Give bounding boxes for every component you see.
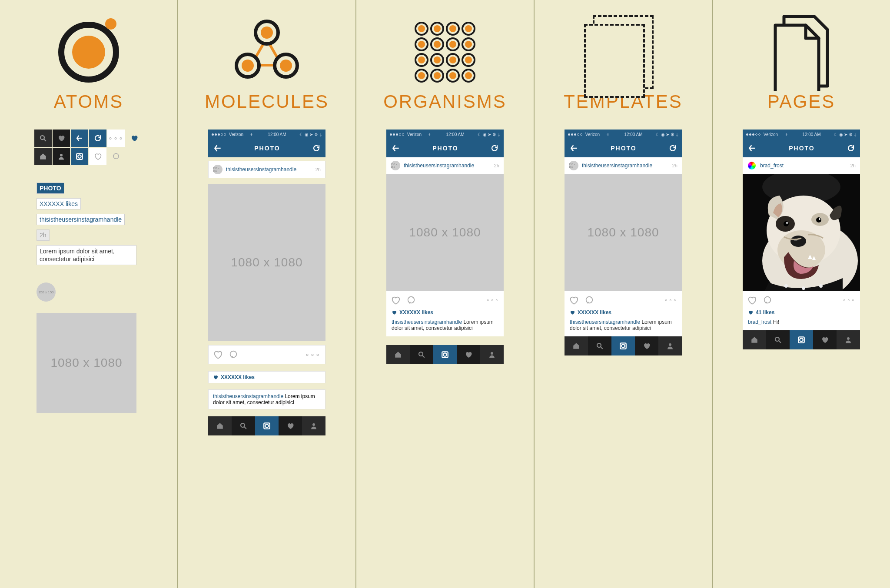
tab-search[interactable] <box>588 336 611 355</box>
comment-button[interactable] <box>763 296 772 305</box>
likes-label: XXXXXX likes <box>37 198 81 209</box>
nav-title: PHOTO <box>611 145 637 152</box>
tab-activity[interactable] <box>813 330 837 349</box>
back-button[interactable] <box>748 144 757 153</box>
more-button[interactable]: ∘∘∘ <box>305 351 321 359</box>
avatar <box>747 161 757 170</box>
user-row[interactable]: brad_frost 2h <box>743 157 860 174</box>
status-bar: Verizon ᯤ 12:00 AM ☾ ◉ ➤ ⚙ ⏚ <box>386 130 504 139</box>
svg-line-10 <box>244 427 246 429</box>
svg-point-23 <box>597 343 601 347</box>
user-row[interactable]: 150 x 150 thisistheusersinstagramhandle … <box>565 157 682 174</box>
tab-home[interactable] <box>743 330 766 349</box>
refresh-button[interactable] <box>312 144 320 152</box>
nav-title: PHOTO <box>789 145 815 152</box>
comment-button[interactable] <box>229 350 238 359</box>
tab-activity[interactable] <box>457 345 480 364</box>
avatar: 150 x 150 <box>569 161 578 170</box>
like-button[interactable] <box>391 296 400 305</box>
svg-line-1 <box>44 139 46 141</box>
likes-row-molecule[interactable]: XXXXXX likes <box>208 371 325 383</box>
like-button[interactable] <box>213 350 222 359</box>
post-image[interactable]: 1080 x 1080 <box>565 174 682 291</box>
more-icon[interactable]: ∘∘∘ <box>107 130 125 147</box>
comment-button[interactable] <box>584 296 594 305</box>
tab-bar-organism <box>386 345 504 364</box>
user-row[interactable]: 150 x 150 thisistheusersinstagramhandle … <box>386 157 504 174</box>
username-link[interactable]: thisistheusersinstagramhandle <box>582 163 669 169</box>
tab-home[interactable] <box>565 336 588 355</box>
carrier-label: Verizon <box>407 132 422 137</box>
tab-profile[interactable] <box>302 416 325 435</box>
tab-home[interactable] <box>208 416 232 435</box>
likes-row[interactable]: XXXXXX likes <box>386 309 504 319</box>
username-link[interactable]: thisistheusersinstagramhandle <box>226 166 312 173</box>
caption-user[interactable]: thisistheusersinstagramhandle <box>213 393 283 399</box>
svg-point-19 <box>443 353 447 356</box>
caption-text: Hi! <box>773 319 779 325</box>
tab-activity[interactable] <box>279 416 302 435</box>
refresh-button[interactable] <box>847 144 855 152</box>
tab-home[interactable] <box>386 345 410 364</box>
caption-row: thisistheusersinstagramhandle Lorem ipsu… <box>386 319 504 336</box>
back-button[interactable] <box>213 144 222 153</box>
more-button[interactable]: ∘∘∘ <box>664 297 677 303</box>
status-bar: Verizon ᯤ 12:00 AM ☾ ◉ ➤ ⚙ ⏚ <box>743 130 860 139</box>
caption-user[interactable]: thisistheusersinstagramhandle <box>570 319 640 325</box>
tab-profile[interactable] <box>658 336 682 355</box>
action-row: ∘∘∘ <box>743 291 860 309</box>
back-button[interactable] <box>392 144 400 153</box>
like-button[interactable] <box>747 296 757 305</box>
atoms-icon <box>58 17 119 87</box>
refresh-button[interactable] <box>491 144 498 152</box>
user-row[interactable]: 150 x 150 thisistheusersinstagramhandle … <box>208 161 325 178</box>
timestamp: 2h <box>850 163 856 168</box>
more-button[interactable]: ∘∘∘ <box>843 297 856 303</box>
refresh-icon[interactable] <box>89 130 106 147</box>
post-image[interactable]: 1080 x 1080 <box>386 174 504 291</box>
username-link[interactable]: thisistheusersinstagramhandle <box>404 163 491 169</box>
more-button[interactable]: ∘∘∘ <box>486 297 499 303</box>
username-link[interactable]: brad_frost <box>760 163 847 169</box>
caption-user[interactable]: thisistheusersinstagramhandle <box>392 319 462 325</box>
comment-button[interactable] <box>406 296 416 305</box>
avatar: 150 x 150 <box>213 165 222 174</box>
comment-icon[interactable] <box>107 148 125 165</box>
timestamp-label: 2h <box>37 229 50 241</box>
tab-camera[interactable] <box>611 336 635 355</box>
tab-camera[interactable] <box>433 345 457 364</box>
column-pages: PAGES Verizon ᯤ 12:00 AM ☾ ◉ ➤ ⚙ ⏚ PHOTO… <box>713 0 890 588</box>
tab-profile[interactable] <box>837 330 860 349</box>
home-icon[interactable] <box>34 148 52 165</box>
caption-user[interactable]: brad_frost <box>748 319 771 325</box>
back-button[interactable] <box>570 144 578 153</box>
atoms-title: ATOMS <box>54 91 123 112</box>
nav-bar: PHOTO <box>386 139 504 157</box>
svg-point-22 <box>586 297 593 303</box>
post-image[interactable] <box>743 174 860 291</box>
camera-icon[interactable] <box>71 148 88 165</box>
heart-outline-icon[interactable] <box>89 148 106 165</box>
tab-camera[interactable] <box>255 416 279 435</box>
like-button[interactable] <box>569 296 578 305</box>
heart-filled-icon[interactable] <box>126 130 143 147</box>
time-label: 12:00 AM <box>624 132 642 137</box>
likes-row[interactable]: 41 likes <box>743 309 860 319</box>
svg-point-13 <box>312 423 315 426</box>
refresh-button[interactable] <box>669 144 677 152</box>
tab-search[interactable] <box>410 345 433 364</box>
back-arrow-icon[interactable] <box>71 130 88 147</box>
likes-text: XXXXXX likes <box>578 309 611 316</box>
activity-icon[interactable] <box>53 130 70 147</box>
tab-activity[interactable] <box>635 336 658 355</box>
profile-icon[interactable] <box>53 148 70 165</box>
svg-point-3 <box>60 154 63 156</box>
likes-row[interactable]: XXXXXX likes <box>565 309 682 319</box>
post-image[interactable]: 1080 x 1080 <box>208 184 325 341</box>
search-icon[interactable] <box>34 130 52 147</box>
tab-search[interactable] <box>766 330 790 349</box>
tab-search[interactable] <box>232 416 255 435</box>
svg-line-47 <box>779 341 781 343</box>
tab-profile[interactable] <box>480 345 504 364</box>
tab-camera[interactable] <box>790 330 813 349</box>
